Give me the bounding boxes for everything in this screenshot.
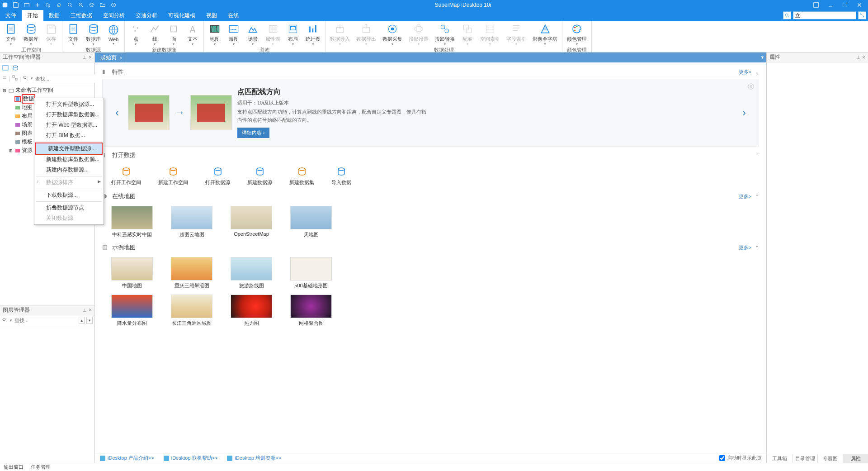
thumb-重庆三维晕渲图[interactable]: 重庆三维晕渲图	[171, 257, 212, 289]
ribbon-Web[interactable]: Web▼	[104, 23, 123, 46]
next-feature[interactable]: ›	[739, 104, 750, 122]
save-icon[interactable]	[13, 2, 19, 8]
refresh-icon[interactable]	[56, 2, 62, 8]
nav-down[interactable]: ▼	[86, 317, 93, 324]
rtab-catalog[interactable]: 目录管理	[792, 454, 817, 463]
collapse-icon[interactable]	[2, 75, 7, 82]
detail-button[interactable]: 详细内容 ›	[237, 128, 269, 138]
maximize-button[interactable]	[838, 0, 852, 10]
open-icon[interactable]	[24, 2, 30, 8]
footer-link-help[interactable]: iDesktop 联机帮助>>	[171, 455, 218, 461]
search-icon[interactable]	[783, 11, 791, 19]
collapse-toggle[interactable]: ⌄	[755, 69, 759, 75]
ribbon-数据库[interactable]: 数据库▼	[83, 22, 104, 47]
tab-spatial[interactable]: 空间分析	[98, 10, 130, 21]
layer-search-input[interactable]	[14, 316, 77, 324]
tab-start[interactable]: 开始	[22, 10, 43, 21]
card-打开工作空间[interactable]: 打开工作空间	[111, 166, 141, 186]
ribbon-文件[interactable]: 文件▼	[64, 22, 82, 47]
thumb-网格聚合图[interactable]: 网格聚合图	[290, 295, 332, 327]
collapse-toggle[interactable]: ⌃	[755, 194, 759, 200]
search-icon[interactable]	[67, 2, 73, 8]
pin-icon[interactable]: ⊥	[83, 308, 87, 313]
ribbon-点[interactable]: 点▼	[127, 22, 145, 47]
ribbon-投影转换[interactable]: 投影转换▼	[432, 22, 458, 47]
rtab-toolbox[interactable]: 工具箱	[767, 454, 792, 463]
ribbon-颜色管理[interactable]: 颜色管理▼	[564, 22, 590, 47]
close-button[interactable]	[853, 0, 866, 10]
card-新建工作空间[interactable]: 新建工作空间	[158, 166, 188, 186]
card-新建数据集[interactable]: 新建数据集	[289, 166, 314, 186]
tab-online[interactable]: 在线	[222, 10, 244, 21]
thumb-中国地图[interactable]: 中国地图	[111, 257, 153, 289]
thumb-500基础地形图[interactable]: 500基础地形图	[290, 257, 332, 289]
close-icon[interactable]: ×	[89, 307, 92, 313]
close-icon[interactable]: ×	[119, 55, 122, 61]
layers-icon[interactable]	[89, 2, 95, 8]
folder-icon[interactable]	[99, 2, 106, 8]
ribbon-地图[interactable]: 地图▼	[206, 22, 224, 47]
status-output[interactable]: 输出窗口	[4, 464, 24, 471]
thumb-天地图[interactable]: 天地图	[290, 206, 332, 238]
ribbon-文本[interactable]: A文本▼	[184, 22, 202, 47]
tab-view[interactable]: 视图	[201, 10, 222, 21]
tree-root[interactable]: ⊟ 未命名工作空间	[2, 86, 93, 95]
rtab-properties[interactable]: 属性	[843, 454, 868, 463]
minimize-button[interactable]	[824, 0, 837, 10]
card-新建数据源[interactable]: 新建数据源	[247, 166, 272, 186]
tab-startpage[interactable]: 起始页 ×	[97, 52, 126, 62]
help-icon[interactable]: ?	[110, 2, 117, 8]
tab-data[interactable]: 数据	[43, 10, 65, 21]
card-导入数据[interactable]: 导入数据	[331, 166, 351, 186]
toolbar-icon-2[interactable]	[12, 64, 19, 71]
more-link[interactable]: 更多>	[739, 69, 751, 76]
tree-icon[interactable]	[12, 75, 18, 82]
cm-open-db[interactable]: 打开数据库型数据源...	[34, 109, 104, 120]
cm-new-db[interactable]: 新建数据库型数据源...	[34, 154, 104, 165]
prev-feature[interactable]: ‹	[112, 104, 123, 122]
thumb-超图云地图[interactable]: 超图云地图	[171, 206, 212, 238]
ribbon-线[interactable]: 线▼	[146, 22, 164, 47]
collapse-toggle[interactable]: ⌃	[755, 245, 759, 251]
ribbon-影像金字塔[interactable]: 影像金字塔▼	[530, 22, 560, 47]
ribbon-场景[interactable]: 场景▼	[244, 22, 262, 47]
nav-up[interactable]: ▲	[79, 317, 85, 324]
show-on-startup[interactable]: 启动时显示此页	[719, 455, 762, 461]
cm-fold[interactable]: 折叠数据源节点	[34, 203, 104, 213]
expand-icon[interactable]	[858, 11, 866, 19]
toolbar-icon-1[interactable]	[2, 64, 9, 71]
tab-3ddata[interactable]: 三维数据	[65, 10, 98, 21]
pin-icon[interactable]: ⊥	[83, 55, 87, 60]
ribbon-面[interactable]: 面▼	[165, 22, 183, 47]
ribbon-布局[interactable]: 布局▼	[284, 22, 302, 47]
tab-file[interactable]: 文件	[0, 10, 22, 21]
pointer-icon[interactable]	[45, 2, 52, 8]
cm-open-file[interactable]: 打开文件型数据源...	[34, 99, 104, 109]
ribbon-数据库[interactable]: 数据库▼	[21, 22, 41, 47]
new-icon[interactable]	[34, 2, 41, 8]
thumb-热力图[interactable]: 热力图	[231, 295, 272, 327]
cm-open-web[interactable]: 打开 Web 型数据源...	[34, 120, 104, 130]
cm-new-file[interactable]: 新建文件型数据源...	[35, 143, 103, 155]
thumb-OpenStreetMap[interactable]: OpenStreetMap	[231, 206, 272, 238]
close-icon[interactable]: ×	[89, 54, 92, 61]
footer-link-product[interactable]: iDesktop 产品介绍>>	[108, 455, 154, 461]
ribbon-文件[interactable]: 文件▼	[2, 22, 20, 47]
footer-link-training[interactable]: iDesktop 培训资源>>	[235, 455, 281, 461]
cm-download[interactable]: 下载数据源...	[34, 190, 104, 200]
cm-new-memory[interactable]: 新建内存数据源...	[34, 165, 104, 175]
thumb-长江三角洲区域图[interactable]: 长江三角洲区域图	[171, 295, 212, 327]
rtab-theme[interactable]: 专题图	[817, 454, 843, 463]
close-icon[interactable]: ⓧ	[748, 83, 754, 91]
tab-visual[interactable]: 可视化建模	[163, 10, 201, 21]
ribbon-海图[interactable]: 海图▼	[225, 22, 243, 47]
more-link[interactable]: 更多>	[739, 244, 751, 251]
ribbon-数据采集[interactable]: 数据采集▼	[380, 22, 405, 47]
zoom-icon[interactable]	[78, 2, 84, 8]
thumb-降水量分布图[interactable]: 降水量分布图	[111, 295, 153, 327]
help-button[interactable]	[809, 0, 823, 10]
card-打开数据源[interactable]: 打开数据源	[205, 166, 230, 186]
ribbon-search-input[interactable]	[793, 11, 856, 19]
workspace-search-input[interactable]	[35, 75, 98, 83]
status-tasks[interactable]: 任务管理	[31, 464, 51, 471]
